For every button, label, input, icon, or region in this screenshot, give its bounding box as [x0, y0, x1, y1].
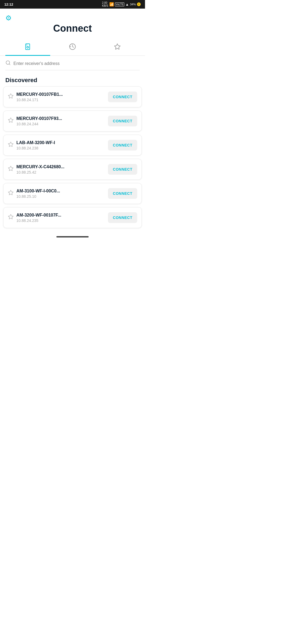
star-icon[interactable] — [8, 190, 14, 197]
search-input[interactable] — [13, 61, 140, 66]
tab-discover[interactable] — [5, 39, 50, 56]
device-card: MERCURY-00107F93... 10.88.24.244 CONNECT — [3, 111, 142, 131]
status-icons: 2.00KB/S 📶 VoLTE ▲ 34% + — [102, 1, 141, 7]
app-header: ⚙ Connect — [0, 9, 145, 39]
device-ip: 10.88.24.244 — [16, 122, 105, 126]
device-ip: 10.88.24.235 — [16, 218, 105, 223]
app-title: Connect — [5, 23, 140, 34]
svg-line-6 — [9, 64, 10, 65]
device-info: LAB-AM-3200-WF-I 10.88.24.238 — [16, 140, 105, 150]
tab-favorites[interactable] — [95, 39, 140, 56]
status-time: 12:12 — [4, 2, 13, 6]
connect-button[interactable]: CONNECT — [108, 188, 137, 199]
device-info: AM-3200-WF-00107F... 10.88.24.235 — [16, 213, 105, 223]
device-card: LAB-AM-3200-WF-I 10.88.24.238 CONNECT — [3, 135, 142, 156]
history-icon — [69, 43, 76, 52]
device-name: AM-3200-WF-00107F... — [16, 213, 105, 218]
device-list: MERCURY-00107FB1... 10.88.24.171 CONNECT… — [0, 86, 145, 233]
svg-marker-4 — [114, 44, 120, 49]
discovered-title: Discovered — [0, 71, 145, 86]
star-icon[interactable] — [8, 141, 14, 149]
svg-marker-9 — [8, 142, 13, 147]
connect-button[interactable]: CONNECT — [108, 212, 137, 223]
device-info: MERCURY-00107FB1... 10.88.24.171 — [16, 92, 105, 102]
device-name: MERCURY-00107FB1... — [16, 92, 105, 97]
search-bar — [5, 60, 140, 70]
wifi-icon: 📶 — [109, 2, 114, 6]
device-card: AM-3200-WF-00107F... 10.88.24.235 CONNEC… — [3, 207, 142, 228]
volte-icon: VoLTE — [115, 2, 124, 6]
device-card: MERCURY-00107FB1... 10.88.24.171 CONNECT — [3, 86, 142, 107]
connect-button[interactable]: CONNECT — [108, 116, 137, 126]
star-icon[interactable] — [8, 214, 14, 221]
settings-icon[interactable]: ⚙ — [5, 14, 12, 22]
svg-marker-10 — [8, 166, 13, 171]
tab-bar — [0, 39, 145, 56]
device-name: MERCURY-X-C442680... — [16, 164, 105, 169]
connect-button[interactable]: CONNECT — [108, 140, 137, 151]
svg-marker-7 — [8, 94, 13, 98]
device-ip: 10.88.25.42 — [16, 170, 105, 174]
svg-marker-8 — [8, 118, 13, 122]
device-info: MERCURY-00107F93... 10.88.24.244 — [16, 116, 105, 126]
status-bar: 12:12 2.00KB/S 📶 VoLTE ▲ 34% + — [0, 0, 145, 9]
battery-indicator: 34% — [130, 3, 136, 6]
device-ip: 10.88.24.238 — [16, 146, 105, 150]
device-card: MERCURY-X-C442680... 10.88.25.42 CONNECT — [3, 159, 142, 180]
notification-icon: + — [137, 2, 141, 6]
star-icon[interactable] — [8, 166, 14, 173]
favorites-icon — [114, 43, 121, 52]
device-info: MERCURY-X-C442680... 10.88.25.42 — [16, 164, 105, 174]
search-icon — [5, 60, 11, 67]
connect-button[interactable]: CONNECT — [108, 164, 137, 175]
star-icon[interactable] — [8, 117, 14, 125]
svg-point-1 — [27, 46, 29, 48]
device-ip: 10.88.25.10 — [16, 194, 105, 199]
scroll-indicator — [56, 236, 89, 237]
signal-icon: ▲ — [125, 2, 129, 6]
device-ip: 10.88.24.171 — [16, 98, 105, 102]
device-name: MERCURY-00107F93... — [16, 116, 105, 121]
device-info: AM-3100-WF-I-00C0... 10.88.25.10 — [16, 189, 105, 199]
star-icon[interactable] — [8, 93, 14, 101]
svg-marker-11 — [8, 190, 13, 195]
device-card: AM-3100-WF-I-00C0... 10.88.25.10 CONNECT — [3, 183, 142, 204]
device-name: AM-3100-WF-I-00C0... — [16, 189, 105, 193]
speed-indicator: 2.00KB/S — [102, 1, 108, 7]
device-name: LAB-AM-3200-WF-I — [16, 140, 105, 145]
svg-marker-12 — [8, 214, 13, 219]
connect-button[interactable]: CONNECT — [108, 92, 137, 102]
discover-icon — [24, 43, 31, 52]
tab-history[interactable] — [50, 39, 95, 56]
